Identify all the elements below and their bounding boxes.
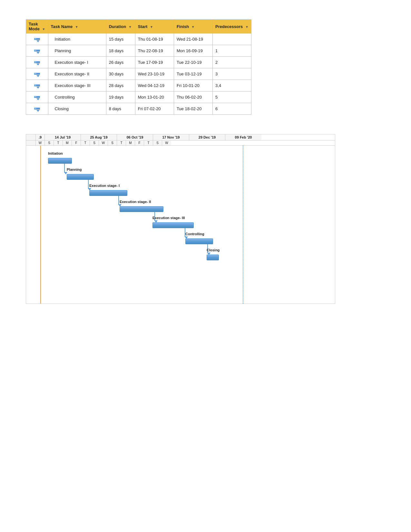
table-row: Controlling19 daysMon 13-01-20Thu 06-02-… xyxy=(26,92,251,103)
table-row: Execution stage- I26 daysTue 17-09-19Tue… xyxy=(26,57,251,68)
task-name-cell: Closing xyxy=(48,103,106,115)
task-table-section: TaskMode ▼ Task Name ▼ Duration ▼ Start … xyxy=(26,19,385,115)
finish-cell: Mon 16-09-19 xyxy=(174,45,212,57)
table-row: Planning18 daysThu 22-08-19Mon 16-09-191 xyxy=(26,45,251,57)
predecessors-cell: 6 xyxy=(213,103,251,115)
gantt-period-2: 25 Aug '19 xyxy=(81,134,117,140)
col-header-start[interactable]: Start ▼ xyxy=(135,20,174,34)
task-mode-cell xyxy=(26,68,48,80)
gantt-bar-controlling xyxy=(185,238,213,244)
gantt-day-3: M xyxy=(63,140,72,145)
gantt-label-initiation: Initiation xyxy=(48,151,63,155)
gantt-bar-exec2 xyxy=(120,206,163,212)
start-cell: Fri 07-02-20 xyxy=(135,103,174,115)
task-mode-cell xyxy=(26,80,48,92)
gantt-label-exec2: Execution stage- II xyxy=(120,200,151,204)
predecessors-cell: 3 xyxy=(213,68,251,80)
gantt-day-4: F xyxy=(72,140,81,145)
table-row: Closing8 daysFri 07-02-20Tue 18-02-206 xyxy=(26,103,251,115)
start-cell: Thu 22-08-19 xyxy=(135,45,174,57)
finish-cell: Tue 18-02-20 xyxy=(174,103,212,115)
gantt-label-exec1: Execution stage- I xyxy=(89,184,120,188)
task-name-cell: Initiation xyxy=(48,34,106,45)
task-table: TaskMode ▼ Task Name ▼ Duration ▼ Start … xyxy=(26,19,251,115)
task-name-cell: Execution stage- I xyxy=(48,57,106,68)
gantt-bar-exec3 xyxy=(152,222,194,228)
task-mode-cell xyxy=(26,103,48,115)
col-header-predecessors[interactable]: Predecessors ▼ xyxy=(213,20,251,34)
gantt-container: .9 14 Jul '19 25 Aug '19 06 Oct '19 17 N… xyxy=(26,134,335,304)
gantt-chart-section: .9 14 Jul '19 25 Aug '19 06 Oct '19 17 N… xyxy=(26,134,385,304)
task-mode-icon xyxy=(34,61,40,65)
gantt-day-9: T xyxy=(117,140,126,145)
col-header-finish[interactable]: Finish ▼ xyxy=(174,20,212,34)
finish-cell: Tue 03-12-19 xyxy=(174,68,212,80)
predecessors-cell: 2 xyxy=(213,57,251,68)
gantt-bar-initiation xyxy=(48,158,72,164)
gantt-period-6: 09 Feb '20 xyxy=(225,134,261,140)
predecessors-cell xyxy=(213,34,251,45)
gantt-day-1: S xyxy=(45,140,54,145)
task-name-cell: Controlling xyxy=(48,92,106,103)
duration-cell: 26 days xyxy=(106,57,135,68)
finish-filter-icon[interactable]: ▼ xyxy=(191,25,195,29)
start-cell: Mon 13-01-20 xyxy=(135,92,174,103)
gantt-label-closing: Closing xyxy=(207,248,220,252)
connector-3-vert xyxy=(118,196,119,205)
predecessors-cell: 5 xyxy=(213,92,251,103)
duration-filter-icon[interactable]: ▼ xyxy=(129,25,132,29)
task-mode-cell xyxy=(26,34,48,45)
gantt-period-3: 06 Oct '19 xyxy=(117,134,153,140)
task-mode-icon xyxy=(34,50,40,54)
col-header-duration[interactable]: Duration ▼ xyxy=(106,20,135,34)
gantt-day-7: W xyxy=(99,140,108,145)
start-cell: Wed 23-10-19 xyxy=(135,68,174,80)
finish-cell: Tue 22-10-19 xyxy=(174,57,212,68)
gantt-day-0: W xyxy=(36,140,45,145)
table-row: Execution stage- III28 daysWed 04-12-19F… xyxy=(26,80,251,92)
task-mode-icon xyxy=(34,84,40,89)
gantt-day-corner xyxy=(26,140,36,145)
task-mode-icon xyxy=(34,108,40,112)
finish-cell: Wed 21-08-19 xyxy=(174,34,212,45)
gantt-body: Initiation Planning Execution stage- I E… xyxy=(26,146,335,304)
gantt-bar-closing xyxy=(207,255,219,260)
predecessors-filter-icon[interactable]: ▼ xyxy=(245,25,249,29)
start-cell: Tue 17-09-19 xyxy=(135,57,174,68)
gantt-day-row: W S T M F T S W S T M F T S W xyxy=(26,140,335,146)
task-mode-filter-icon[interactable]: ▼ xyxy=(42,27,45,31)
task-name-filter-icon[interactable]: ▼ xyxy=(75,25,78,29)
table-row: Execution stage- II30 daysWed 23-10-19Tu… xyxy=(26,68,251,80)
predecessors-cell: 1 xyxy=(213,45,251,57)
gantt-period-4: 17 Nov '19 xyxy=(153,134,189,140)
gantt-label-planning: Planning xyxy=(67,168,82,171)
task-mode-cell xyxy=(26,92,48,103)
start-filter-icon[interactable]: ▼ xyxy=(150,25,153,29)
task-name-cell: Planning xyxy=(48,45,106,57)
connector-2-vert xyxy=(88,180,89,189)
gantt-dotted-line xyxy=(243,146,243,304)
connector-1-vert xyxy=(64,164,65,173)
gantt-period-row: .9 14 Jul '19 25 Aug '19 06 Oct '19 17 N… xyxy=(26,134,335,140)
gantt-day-13: S xyxy=(153,140,162,145)
gantt-bar-exec1 xyxy=(89,190,127,196)
gantt-orange-line xyxy=(40,146,41,304)
gantt-day-6: S xyxy=(90,140,99,145)
finish-cell: Thu 06-02-20 xyxy=(174,92,212,103)
table-row: Initiation15 daysThu 01-08-19Wed 21-08-1… xyxy=(26,34,251,45)
start-cell: Thu 01-08-19 xyxy=(135,34,174,45)
gantt-day-5: T xyxy=(81,140,90,145)
finish-cell: Fri 10-01-20 xyxy=(174,80,212,92)
duration-cell: 8 days xyxy=(106,103,135,115)
gantt-day-10: M xyxy=(126,140,135,145)
task-mode-cell xyxy=(26,57,48,68)
col-header-task-name[interactable]: Task Name ▼ xyxy=(48,20,106,34)
gantt-day-8: S xyxy=(108,140,117,145)
task-mode-icon xyxy=(34,96,40,100)
gantt-period-0: .9 xyxy=(36,134,45,140)
task-name-cell: Execution stage- II xyxy=(48,68,106,80)
gantt-period-1: 14 Jul '19 xyxy=(45,134,81,140)
gantt-day-11: F xyxy=(135,140,144,145)
task-mode-icon xyxy=(34,38,40,42)
col-header-task-mode[interactable]: TaskMode ▼ xyxy=(26,20,48,34)
